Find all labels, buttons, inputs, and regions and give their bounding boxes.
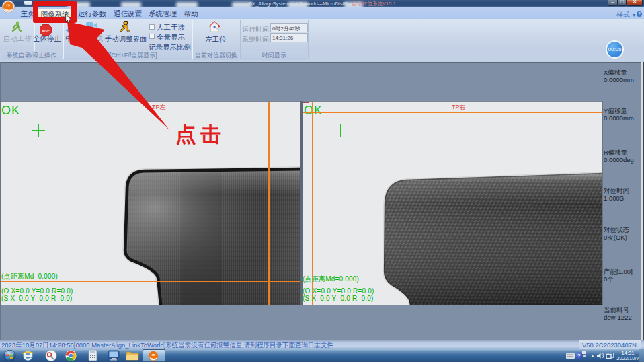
svg-text:STOP: STOP: [42, 29, 50, 32]
